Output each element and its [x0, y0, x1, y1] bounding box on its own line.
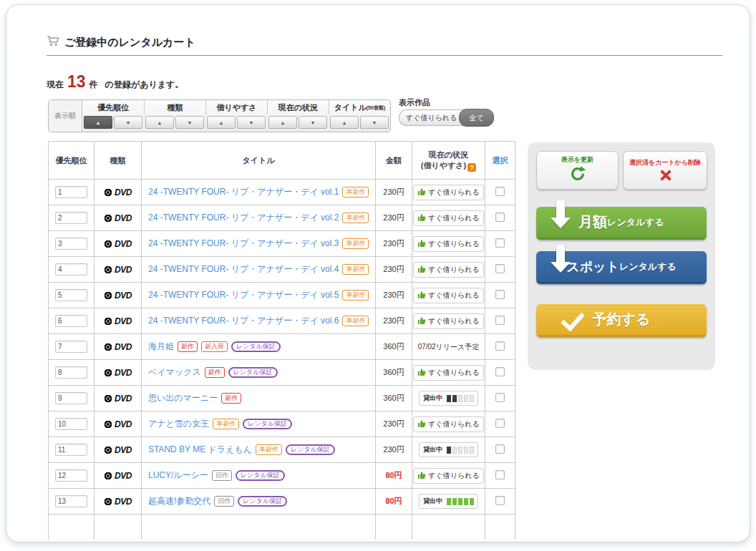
sort-asc-button[interactable]: ▲: [330, 116, 359, 129]
sort-desc-button[interactable]: ▼: [237, 116, 266, 129]
status-cell: すぐ借りられる: [412, 360, 485, 386]
disc-icon: [104, 343, 112, 351]
title-link[interactable]: 24 -TWENTY FOUR- リブ・アナザー・デイ vol.5: [148, 290, 339, 300]
price-value: 80円: [385, 471, 402, 479]
priority-input[interactable]: [55, 238, 87, 250]
table-row: DVD LUCY/ルーシー旧作レンタル保証 80円 すぐ借りられる: [49, 463, 515, 489]
header-status-line1: 現在の状況: [429, 150, 468, 159]
select-checkbox[interactable]: [495, 419, 505, 428]
priority-input[interactable]: [55, 495, 87, 507]
priority-input[interactable]: [55, 392, 87, 404]
title-link[interactable]: 24 -TWENTY FOUR- リブ・アナザー・デイ vol.6: [148, 316, 339, 326]
refresh-button[interactable]: 表示を更新: [536, 151, 619, 190]
title-link[interactable]: 24 -TWENTY FOUR- リブ・アナザー・デイ vol.1: [148, 187, 339, 197]
select-checkbox[interactable]: [495, 393, 505, 402]
header-status-line2: (借りやすさ): [421, 161, 466, 170]
sort-desc-button[interactable]: ▼: [175, 116, 204, 129]
dvd-type: DVD: [94, 213, 141, 223]
priority-input[interactable]: [55, 366, 87, 379]
title-link[interactable]: 超高速!参勤交代: [148, 496, 210, 506]
sort-desc-button[interactable]: ▼: [299, 116, 327, 129]
filter-option-selected[interactable]: 全て: [459, 109, 493, 127]
status-text: すぐ借りられる: [428, 368, 479, 378]
status-cell: すぐ借りられる: [412, 411, 485, 437]
table-row: DVD 24 -TWENTY FOUR- リブ・アナザー・デイ vol.4準新作…: [49, 257, 515, 283]
table-row: DVD 思い出のマーニー新作 360円 貸出中: [49, 386, 515, 411]
availability-gauge: [447, 395, 474, 402]
priority-input[interactable]: [55, 418, 87, 430]
priority-input[interactable]: [55, 263, 87, 276]
title-link[interactable]: 24 -TWENTY FOUR- リブ・アナザー・デイ vol.2: [148, 213, 339, 223]
priority-input[interactable]: [55, 469, 87, 482]
title-link[interactable]: 24 -TWENTY FOUR- リブ・アナザー・デイ vol.3: [148, 238, 339, 248]
priority-input[interactable]: [55, 289, 87, 301]
title-link[interactable]: LUCY/ルーシー: [148, 470, 208, 480]
title-link[interactable]: 海月姫: [148, 341, 174, 351]
select-checkbox[interactable]: [495, 290, 505, 299]
select-checkbox[interactable]: [495, 444, 505, 454]
priority-input[interactable]: [55, 315, 87, 327]
table-row: DVD 超高速!参勤交代旧作レンタル保証 80円 貸出中: [49, 489, 515, 515]
sort-asc-button[interactable]: ▲: [268, 116, 297, 129]
delete-selected-button[interactable]: 選択済をカートから削除: [623, 151, 707, 190]
registration-count: 13: [67, 72, 86, 92]
select-checkbox[interactable]: [495, 341, 505, 351]
status-text: すぐ借りられる: [428, 187, 479, 198]
table-row: DVD 海月姫新作新入荷レンタル保証 360円 07/02リリース予定: [49, 334, 515, 360]
header-title: タイトル: [142, 142, 376, 180]
header-type: 種類: [94, 142, 142, 180]
title-link[interactable]: STAND BY ME ドラえもん: [148, 444, 252, 454]
spot-rental-button[interactable]: スポット レンタルする: [536, 251, 707, 284]
table-row: DVD 24 -TWENTY FOUR- リブ・アナザー・デイ vol.3準新作…: [49, 231, 515, 257]
badge: 新入荷: [201, 341, 228, 352]
help-icon[interactable]: ?: [467, 163, 476, 172]
availability-gauge: [447, 447, 474, 454]
select-checkbox[interactable]: [495, 213, 505, 222]
price-value: 360円: [383, 394, 404, 402]
status-rented: 貸出中: [419, 494, 478, 509]
header-divider: [47, 55, 722, 56]
priority-input[interactable]: [55, 186, 87, 198]
title-link[interactable]: 24 -TWENTY FOUR- リブ・アナザー・デイ vol.4: [148, 264, 339, 274]
gauge-block: [447, 498, 451, 505]
header-select[interactable]: 選択: [485, 142, 515, 180]
dvd-type: DVD: [94, 187, 141, 198]
badge: レンタル保証: [243, 419, 292, 429]
table-stub-row: [49, 515, 515, 540]
price-value: 360円: [383, 342, 404, 351]
table-row: DVD 24 -TWENTY FOUR- リブ・アナザー・デイ vol.1準新作…: [49, 180, 515, 205]
status-text: すぐ借りられる: [428, 265, 479, 275]
title-link[interactable]: ベイマックス: [148, 367, 201, 377]
sort-desc-button[interactable]: ▼: [360, 116, 389, 129]
priority-input[interactable]: [55, 341, 87, 353]
priority-input[interactable]: [55, 444, 87, 456]
select-checkbox[interactable]: [495, 316, 505, 325]
gauge-block: [452, 395, 457, 402]
title-link[interactable]: 思い出のマーニー: [148, 393, 218, 403]
priority-input[interactable]: [55, 212, 87, 224]
reserve-button[interactable]: 予約する: [536, 304, 707, 337]
disc-icon: [104, 497, 112, 506]
cart-page-card: ご登録中のレンタルカート 現在 13 件 の登録があります。 表示順 優先順位 …: [6, 4, 750, 542]
table-row: DVD 24 -TWENTY FOUR- リブ・アナザー・デイ vol.6準新作…: [49, 308, 515, 334]
gauge-block: [458, 498, 462, 505]
sort-desc-button[interactable]: ▼: [114, 116, 142, 129]
filter-option[interactable]: すぐ借りられる: [399, 109, 463, 126]
select-checkbox[interactable]: [495, 187, 505, 196]
select-checkbox[interactable]: [495, 470, 505, 479]
select-checkbox[interactable]: [495, 238, 505, 248]
monthly-rental-button[interactable]: 月額 レンタルする: [536, 207, 707, 240]
sort-asc-button[interactable]: ▲: [84, 116, 112, 129]
sort-asc-button[interactable]: ▲: [145, 116, 174, 129]
sort-group-label: 現在の状況: [267, 100, 329, 115]
select-checkbox[interactable]: [495, 264, 505, 273]
title-link[interactable]: アナと雪の女王: [148, 419, 209, 429]
disc-icon: [104, 472, 112, 480]
sort-asc-button[interactable]: ▲: [207, 116, 236, 129]
select-checkbox[interactable]: [495, 496, 505, 505]
sort-group-label: 借りやすさ: [205, 100, 267, 115]
disc-icon: [104, 420, 112, 429]
select-checkbox[interactable]: [495, 367, 505, 376]
disc-icon: [104, 394, 112, 403]
status-available: すぐ借りられる: [413, 185, 483, 200]
